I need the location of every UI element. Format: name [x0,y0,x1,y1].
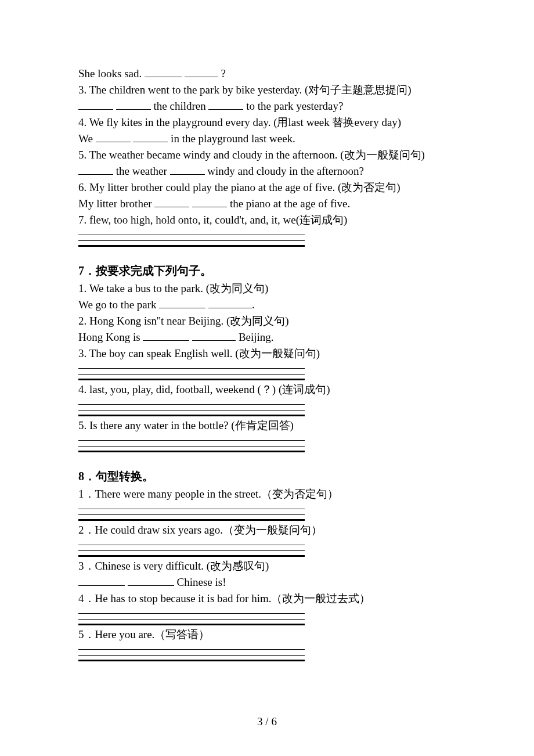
answer-rule [78,545,305,551]
answer-rule [78,375,305,380]
intro-line-4: 4. We fly kites in the playground every … [78,114,459,131]
intro-line-10: 7. flew, too high, hold onto, it, could'… [78,212,459,228]
blank [208,297,252,308]
blank [192,196,227,207]
text: the piano at the age of five. [227,197,350,210]
s8-q1: 1．There were many people in the street.（… [78,486,459,502]
answer-lines [78,539,459,557]
text: . [252,298,255,311]
s8-q2: 2．He could draw six years ago.（变为一般疑问句） [78,522,459,538]
answer-rule [78,608,305,614]
blank [185,66,218,77]
blank [154,196,189,207]
s7-q1: 1. We take a bus to the park. (改为同义句) [78,280,459,297]
intro-line-1: She looks sad. ? [78,66,459,82]
answer-rule [78,614,305,620]
s7-q2-answer: Hong Kong is Beijing. [78,329,459,345]
text: We go to the park [78,298,159,311]
answer-rule [78,405,305,411]
answer-rule [78,509,305,515]
blank [159,297,205,308]
intro-line-5: We in the playground last week. [78,131,459,147]
blank [78,575,125,586]
s8-q3-answer: Chinese is! [78,574,459,591]
s8-q3: 3．Chinese is very difficult. (改为感叹句) [78,558,459,574]
blank [192,330,236,341]
s7-q1-answer: We go to the park . [78,297,459,313]
answer-lines [78,363,459,380]
text: Hong Kong is [78,331,143,343]
text: Chinese is! [174,576,226,588]
intro-line-3: the children to the park yesterday? [78,98,459,114]
answer-rule [78,369,305,375]
blank [143,330,189,341]
blank [128,575,174,586]
answer-lines [78,229,459,247]
intro-line-6: 5. The weather became windy and cloudy i… [78,147,459,163]
answer-rule [78,447,305,452]
text: in the playground last week. [168,132,295,145]
intro-line-9: My litter brother the piano at the age o… [78,196,459,212]
text: the children [151,100,209,112]
answer-lines [78,435,459,452]
blank [116,99,151,110]
page-number: 3 / 6 [0,715,534,728]
answer-rule [78,656,305,661]
blank [208,99,243,110]
blank [96,131,131,142]
s8-q5: 5．Here you are.（写答语） [78,627,459,643]
text: Beijing. [236,331,273,343]
s7-q5: 5. Is there any water in the bottle? (作肯… [78,417,459,434]
blank [145,66,182,77]
text: ? [218,67,226,80]
s7-q2: 2. Hong Kong isn''t near Beijing. (改为同义句… [78,313,459,329]
answer-rule [78,620,305,625]
answer-rule [78,411,305,416]
answer-lines [78,608,459,625]
s7-q4: 4. last, you, play, did, football, weeke… [78,381,459,398]
s8-q4: 4．He has to stop because it is bad for h… [78,591,459,607]
answer-rule [78,399,305,405]
blank [78,164,113,175]
blank [78,99,113,110]
text: the weather [113,165,170,177]
answer-rule [78,441,305,447]
intro-line-2: 3. The children went to the park by bike… [78,82,459,98]
section-8-head: 8．句型转换。 [78,467,459,485]
answer-lines [78,644,459,661]
answer-rule [78,229,305,235]
answer-rule [78,241,305,247]
text: She looks sad. [78,67,145,80]
answer-rule [78,551,305,557]
answer-lines [78,399,459,416]
intro-line-7: the weather windy and cloudy in the afte… [78,163,459,179]
intro-line-8: 6. My litter brother could play the pian… [78,179,459,196]
page-root: She looks sad. ? 3. The children went to… [0,0,534,756]
s7-q3: 3. The boy can speak English well. (改为一般… [78,345,459,362]
text: We [78,132,96,145]
answer-rule [78,235,305,241]
blank [133,131,168,142]
answer-rule [78,435,305,441]
answer-lines [78,503,459,521]
answer-rule [78,515,305,521]
answer-rule [78,644,305,650]
text: My litter brother [78,197,154,210]
blank [170,164,205,175]
answer-rule [78,503,305,509]
answer-rule [78,363,305,369]
answer-rule [78,650,305,656]
text: to the park yesterday? [243,100,343,112]
text: windy and cloudy in the afternoon? [205,165,364,177]
answer-rule [78,539,305,545]
section-7-head: 7．按要求完成下列句子。 [78,262,459,279]
